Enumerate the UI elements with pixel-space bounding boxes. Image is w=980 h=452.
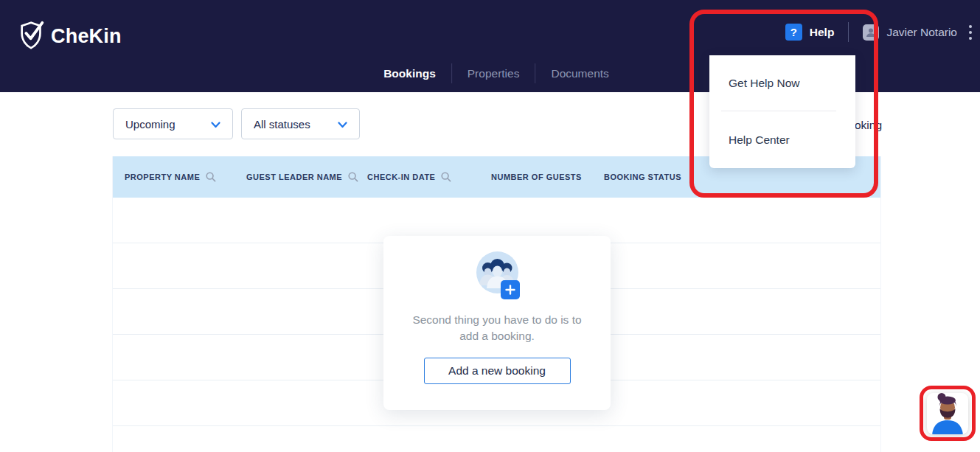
empty-state-line1: Second thing you have to do is to: [383, 312, 611, 328]
status-filter-value: All statuses: [254, 118, 310, 131]
user-name: Javier Notario: [886, 26, 957, 39]
status-filter-select[interactable]: All statuses: [241, 108, 360, 139]
column-check-in-date: CHECK-IN DATE: [367, 172, 491, 182]
search-icon[interactable]: [441, 172, 451, 182]
guest-group-plus-icon: [476, 251, 518, 293]
column-label: GUEST LEADER NAME: [246, 173, 342, 181]
search-icon[interactable]: [206, 172, 216, 182]
plus-badge-icon: [501, 280, 520, 299]
column-label: PROPERTY NAME: [125, 173, 200, 181]
search-icon[interactable]: [348, 172, 358, 182]
column-label: CHECK-IN DATE: [367, 173, 435, 181]
chevron-down-icon: [338, 118, 347, 131]
empty-state-card: Second thing you have to do is to add a …: [383, 236, 611, 410]
column-label: NUMBER OF GUESTS: [491, 173, 582, 181]
support-avatar[interactable]: [927, 393, 968, 434]
app-window: CheKin Bookings Properties Documents ? H…: [0, 0, 980, 452]
user-menu[interactable]: Javier Notario: [863, 24, 957, 41]
support-avatar-illustration: [927, 393, 968, 434]
menu-item-get-help-now[interactable]: Get Help Now: [709, 55, 855, 111]
brand-name: CheKin: [51, 25, 122, 48]
empty-state-line2: add a booking.: [383, 328, 611, 344]
nav-divider: [535, 63, 535, 83]
column-booking-status: BOOKING STATUS: [604, 173, 880, 181]
column-number-of-guests: NUMBER OF GUESTS: [491, 173, 604, 181]
kebab-menu-icon[interactable]: [967, 23, 974, 42]
period-filter-select[interactable]: Upcoming: [113, 108, 233, 139]
column-label: BOOKING STATUS: [604, 173, 681, 181]
header-divider: [848, 22, 849, 42]
menu-item-help-center[interactable]: Help Center: [709, 111, 855, 168]
column-guest-leader-name: GUEST LEADER NAME: [246, 172, 367, 182]
person-icon: [863, 24, 879, 41]
tab-documents[interactable]: Documents: [551, 67, 608, 80]
column-property-name: PROPERTY NAME: [125, 172, 246, 182]
question-mark-icon: ?: [785, 24, 802, 41]
empty-state-message: Second thing you have to do is to add a …: [383, 312, 611, 344]
chekin-logo[interactable]: CheKin: [19, 19, 122, 53]
help-dropdown-menu: Get Help Now Help Center: [709, 55, 855, 168]
header-right-cluster: ? Help Javier Notario: [785, 22, 974, 42]
help-label: Help: [810, 26, 835, 39]
nav-divider: [451, 63, 452, 83]
table-row: [113, 426, 880, 452]
chevron-down-icon: [211, 118, 220, 131]
tab-properties[interactable]: Properties: [468, 67, 520, 80]
help-button[interactable]: ? Help: [785, 24, 835, 41]
period-filter-value: Upcoming: [125, 118, 176, 131]
main-nav: Bookings Properties Documents: [383, 63, 609, 83]
tab-bookings[interactable]: Bookings: [383, 67, 436, 80]
add-new-booking-button[interactable]: Add a new booking: [424, 358, 571, 384]
shield-check-icon: [19, 19, 44, 53]
